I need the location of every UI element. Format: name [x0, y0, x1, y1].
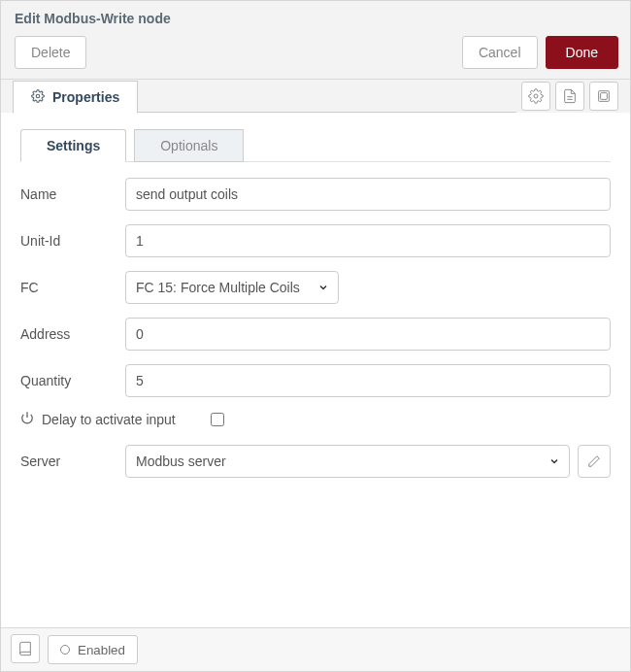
header-button-row: Delete Cancel Done — [15, 36, 618, 69]
tab-properties[interactable]: Properties — [13, 81, 138, 114]
fc-label: FC — [20, 280, 125, 295]
editor-title: Edit Modbus-Write node — [15, 11, 618, 26]
fc-select[interactable]: FC 15: Force Multiple Coils — [125, 271, 339, 304]
editor-footer: Enabled — [1, 627, 630, 671]
row-address: Address — [20, 318, 611, 351]
power-icon — [20, 411, 34, 427]
row-delay: Delay to activate input — [20, 411, 611, 427]
gear-icon — [31, 89, 45, 106]
row-server: Server Modbus server — [20, 445, 611, 478]
delete-button[interactable]: Delete — [15, 36, 86, 69]
tab-properties-label: Properties — [52, 89, 119, 105]
address-label: Address — [20, 326, 125, 342]
pencil-icon — [587, 454, 601, 468]
editor-body: Settings Optionals Name Unit-Id FC FC 15… — [1, 112, 630, 627]
delay-label: Delay to activate input — [42, 412, 176, 427]
tabs-spacer — [138, 80, 516, 113]
quantity-input[interactable] — [125, 364, 611, 397]
name-label: Name — [20, 186, 125, 202]
server-label: Server — [20, 454, 125, 469]
inner-tabs: Settings Optionals — [20, 128, 611, 162]
address-input[interactable] — [125, 318, 611, 351]
enabled-toggle[interactable]: Enabled — [48, 635, 138, 664]
name-input[interactable] — [125, 178, 611, 211]
node-editor-panel: Edit Modbus-Write node Delete Cancel Don… — [0, 0, 631, 672]
editor-header: Edit Modbus-Write node Delete Cancel Don… — [1, 1, 630, 80]
quantity-label: Quantity — [20, 373, 125, 388]
editor-tabs-row: Properties — [1, 80, 630, 113]
svg-rect-5 — [601, 93, 608, 100]
node-appearance-button[interactable] — [589, 82, 618, 111]
enabled-label: Enabled — [78, 643, 125, 657]
svg-point-1 — [534, 94, 538, 98]
row-unit-id: Unit-Id — [20, 224, 611, 257]
node-settings-button[interactable] — [521, 82, 550, 111]
done-button[interactable]: Done — [546, 36, 618, 69]
tab-optionals[interactable]: Optionals — [134, 129, 244, 162]
cancel-button[interactable]: Cancel — [462, 36, 538, 69]
delay-checkbox[interactable] — [211, 413, 224, 426]
tab-settings[interactable]: Settings — [20, 129, 126, 162]
unit-id-label: Unit-Id — [20, 233, 125, 249]
enabled-indicator-icon — [60, 645, 70, 655]
row-name: Name — [20, 178, 611, 211]
row-quantity: Quantity — [20, 364, 611, 397]
server-select[interactable]: Modbus server — [125, 445, 570, 478]
svg-point-0 — [36, 94, 40, 98]
node-help-button[interactable] — [11, 634, 40, 663]
unit-id-input[interactable] — [125, 224, 611, 257]
edit-server-button[interactable] — [578, 445, 611, 478]
row-fc: FC FC 15: Force Multiple Coils — [20, 271, 611, 304]
node-docs-button[interactable] — [555, 82, 584, 111]
